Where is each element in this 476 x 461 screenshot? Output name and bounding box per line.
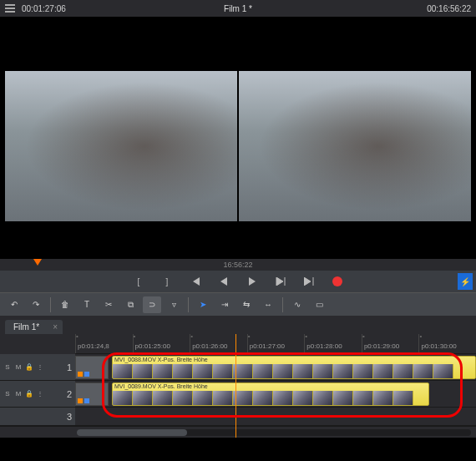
time-tick: p0:01:25:00	[133, 334, 190, 353]
magnet-button[interactable]: ⊃	[143, 296, 161, 313]
step-back-button[interactable]	[216, 274, 231, 289]
time-tick: p0:01:30:00	[418, 334, 476, 353]
ripple-tool[interactable]: ⇥	[215, 296, 234, 313]
scrollbar-thumb[interactable]	[77, 429, 187, 436]
tab-film1[interactable]: Film 1* ×	[5, 320, 63, 334]
video-clip-2[interactable]: MVI_0089.MOV X-Pos. Breite Höhe	[112, 382, 429, 406]
tab-label: Film 1*	[13, 322, 39, 332]
track-body-2[interactable]: MVI_0089.MOV X-Pos. Breite Höhe	[75, 381, 476, 407]
delete-button[interactable]: 🗑	[56, 296, 74, 313]
track-body-3[interactable]	[75, 408, 476, 425]
mute-button[interactable]: M	[14, 390, 23, 398]
playhead[interactable]	[235, 334, 236, 438]
solo-button[interactable]: S	[3, 363, 12, 372]
record-button[interactable]	[330, 274, 345, 289]
timeline-scrollbar[interactable]	[0, 426, 476, 438]
track-head-2[interactable]: S M 🔒 ⋮ 2	[0, 381, 75, 407]
undo-button[interactable]: ↶	[5, 296, 23, 313]
lock-icon[interactable]: 🔒	[25, 363, 33, 372]
preview-ruler[interactable]: 16:56:22	[0, 259, 476, 271]
track-number: 2	[67, 389, 72, 399]
curve-tool[interactable]: ∿	[288, 296, 306, 313]
time-tick: p0:01:29:00	[362, 334, 419, 353]
set-in-button[interactable]: [	[131, 274, 146, 289]
menu-icon[interactable]	[5, 4, 15, 13]
fx-icon[interactable]: ⋮	[36, 390, 44, 398]
time-tick: p0:01:24,8	[75, 334, 133, 353]
track-head-3[interactable]: 3	[0, 408, 75, 425]
track-head-1[interactable]: S M 🔒 ⋮ 1	[0, 354, 75, 380]
slip-tool[interactable]: ⇆	[237, 296, 256, 313]
time-ruler[interactable]: p0:01:24,8 p0:01:25:00 p0:01:26:00 p0:01…	[75, 334, 476, 354]
title-button[interactable]: T	[78, 296, 96, 313]
time-tick: p0:01:26:00	[190, 334, 247, 353]
preview-area	[0, 17, 476, 259]
group-button[interactable]: ⧉	[121, 296, 139, 313]
pointer-tool[interactable]: ➤	[194, 296, 212, 313]
marker-button[interactable]: ▿	[165, 296, 183, 313]
track-2: S M 🔒 ⋮ 2 MVI_0089.MOV X-Pos. Breite Höh…	[0, 381, 476, 408]
clip-label: MVI_0089.MOV X-Pos. Breite Höhe	[114, 383, 208, 389]
mute-button[interactable]: M	[14, 363, 23, 372]
clip-fragment[interactable]	[75, 382, 109, 406]
step-forward-button[interactable]	[273, 274, 288, 289]
time-tick: p0:01:28:00	[304, 334, 362, 353]
volume-tool[interactable]: ▭	[310, 296, 328, 313]
ruler-time: 16:56:22	[223, 261, 252, 269]
track-3: 3	[0, 408, 476, 426]
project-title: Film 1 *	[224, 4, 252, 13]
track-1: S M 🔒 ⋮ 1 MVI_0088.MOV X-Pos. Breite Höh…	[0, 354, 476, 381]
current-timecode: 00:01:27:06	[22, 4, 66, 13]
timeline-tabs: Film 1* ×	[0, 316, 476, 334]
toolbar-divider	[188, 297, 189, 312]
clip-fragment[interactable]	[75, 356, 109, 379]
in-marker-icon[interactable]	[33, 259, 42, 266]
clip-label: MVI_0088.MOV X-Pos. Breite Höhe	[114, 357, 208, 362]
tab-close-icon[interactable]: ×	[53, 322, 58, 332]
prev-keyframe-button[interactable]	[188, 274, 203, 289]
set-out-button[interactable]: ]	[160, 274, 175, 289]
time-tick: p0:01:27:00	[247, 334, 305, 353]
transport-bar: [ ] ⚡	[0, 271, 476, 292]
toolbar-divider	[282, 297, 283, 312]
track-body-1[interactable]: MVI_0088.MOV X-Pos. Breite Höhe	[75, 354, 476, 380]
editor-toolbar: ↶ ↷ 🗑 T ✂ ⧉ ⊃ ▿ ➤ ⇥ ⇆ ↔ ∿ ▭	[0, 292, 476, 316]
total-timecode: 00:16:56:22	[427, 4, 471, 13]
lock-icon[interactable]: 🔒	[25, 390, 33, 398]
track-number: 1	[67, 362, 72, 372]
play-button[interactable]	[245, 274, 260, 289]
next-keyframe-button[interactable]	[301, 274, 316, 289]
app-header: 00:01:27:06 Film 1 * 00:16:56:22	[0, 0, 476, 17]
redo-button[interactable]: ↷	[27, 296, 45, 313]
video-clip-1[interactable]: MVI_0088.MOV X-Pos. Breite Höhe	[112, 356, 476, 379]
timeline: p0:01:24,8 p0:01:25:00 p0:01:26:00 p0:01…	[0, 334, 476, 438]
stretch-tool[interactable]: ↔	[259, 296, 277, 313]
preview-right[interactable]	[239, 71, 471, 221]
preview-left[interactable]	[5, 71, 237, 221]
solo-button[interactable]: S	[3, 390, 12, 398]
toolbar-divider	[50, 297, 51, 312]
split-button[interactable]: ✂	[99, 296, 118, 313]
track-number: 3	[67, 412, 72, 422]
performance-button[interactable]: ⚡	[458, 273, 473, 290]
fx-icon[interactable]: ⋮	[36, 363, 44, 372]
